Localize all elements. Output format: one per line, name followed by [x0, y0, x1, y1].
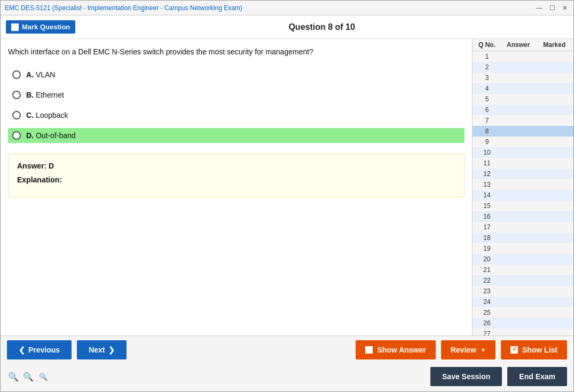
sidebar-row-answer: [500, 127, 537, 135]
app-window: EMC DES-5121 (Specialist - Implementatio…: [0, 0, 574, 392]
sidebar-row[interactable]: 11: [473, 158, 573, 169]
sidebar-row[interactable]: 23: [473, 286, 573, 297]
sidebar-row[interactable]: 6: [473, 105, 573, 115]
show-list-checkbox-icon: [510, 346, 518, 354]
sidebar-row-marked: [537, 74, 573, 82]
sidebar-row-answer: [500, 159, 537, 167]
sidebar-row-marked: [537, 52, 573, 61]
sidebar-row[interactable]: 22: [473, 275, 573, 286]
option-c[interactable]: C. Loopback: [8, 108, 465, 123]
sidebar-row[interactable]: 7: [473, 115, 573, 126]
option-c-label: C. Loopback: [26, 111, 68, 119]
close-button[interactable]: ✕: [561, 4, 569, 12]
sidebar-row[interactable]: 18: [473, 233, 573, 243]
sidebar-row[interactable]: 17: [473, 222, 573, 233]
bottom-bar: Previous Next Show Answer Review ▼ Show …: [1, 335, 573, 391]
mark-checkbox-icon: [11, 23, 19, 31]
sidebar-row-marked: [537, 223, 573, 231]
sidebar-row-marked: [537, 234, 573, 242]
option-b-label: B. Ethernet: [26, 91, 64, 99]
sidebar-row[interactable]: 13: [473, 179, 573, 190]
sidebar-row[interactable]: 15: [473, 201, 573, 211]
sidebar-row-no: 23: [474, 287, 500, 295]
chevron-left-icon: [19, 346, 25, 354]
sidebar-row-no: 11: [474, 159, 500, 167]
sidebar-row[interactable]: 3: [473, 73, 573, 83]
sidebar-row[interactable]: 10: [473, 147, 573, 158]
zoom-reset-button[interactable]: 🔍: [22, 370, 35, 383]
sidebar-row-answer: [500, 138, 537, 146]
maximize-button[interactable]: ☐: [548, 4, 556, 12]
sidebar-row[interactable]: 24: [473, 297, 573, 307]
sidebar-row[interactable]: 25: [473, 307, 573, 318]
sidebar-row[interactable]: 16: [473, 211, 573, 222]
review-button[interactable]: Review ▼: [441, 340, 496, 359]
sidebar-row-no: 20: [474, 255, 500, 263]
show-answer-button[interactable]: Show Answer: [356, 340, 435, 359]
next-button[interactable]: Next: [77, 340, 126, 359]
window-controls: — ☐ ✕: [535, 4, 569, 12]
sidebar-row-marked: [537, 308, 573, 317]
previous-button[interactable]: Previous: [7, 340, 72, 359]
sidebar-row-no: 8: [474, 127, 500, 135]
sidebar-row[interactable]: 8: [473, 126, 573, 137]
sidebar-row[interactable]: 19: [473, 243, 573, 254]
sidebar-row-no: 1: [474, 52, 500, 61]
sidebar-row-marked: [537, 116, 573, 125]
mark-question-label: Mark Question: [22, 23, 70, 31]
show-list-label: Show List: [522, 346, 557, 354]
sidebar-row-answer: [500, 255, 537, 263]
sidebar-row[interactable]: 20: [473, 254, 573, 265]
option-b[interactable]: B. Ethernet: [8, 87, 465, 102]
sidebar-row-no: 25: [474, 308, 500, 317]
sidebar-row[interactable]: 14: [473, 190, 573, 201]
question-title: Question 8 of 10: [75, 22, 568, 32]
title-suffix: (Specialist - Implementation Engineer - …: [50, 4, 242, 12]
sidebar-row-answer: [500, 63, 537, 71]
next-label: Next: [89, 346, 105, 354]
end-exam-button[interactable]: End Exam: [507, 367, 567, 386]
sidebar-row[interactable]: 12: [473, 169, 573, 179]
sidebar: Q No. Answer Marked 1 2 3 4 5 6: [472, 39, 573, 335]
show-list-button[interactable]: Show List: [501, 340, 567, 359]
sidebar-row-marked: [537, 95, 573, 103]
sidebar-row[interactable]: 21: [473, 265, 573, 275]
sidebar-row[interactable]: 1: [473, 51, 573, 62]
sidebar-row[interactable]: 5: [473, 94, 573, 105]
option-a[interactable]: A. VLAN: [8, 67, 465, 82]
sidebar-row-marked: [537, 202, 573, 210]
show-answer-label: Show Answer: [377, 346, 426, 354]
zoom-in-button[interactable]: 🔍: [7, 370, 20, 383]
option-a-label: A. VLAN: [26, 70, 55, 79]
sidebar-row-marked: [537, 148, 573, 157]
save-session-button[interactable]: Save Session: [430, 367, 502, 386]
minimize-button[interactable]: —: [535, 4, 544, 12]
button-row-1: Previous Next Show Answer Review ▼ Show …: [1, 336, 573, 364]
sidebar-row-marked: [537, 191, 573, 199]
sidebar-row-no: 7: [474, 116, 500, 125]
sidebar-row[interactable]: 2: [473, 62, 573, 73]
sidebar-row-answer: [500, 95, 537, 103]
sidebar-row-answer: [500, 180, 537, 189]
sidebar-row[interactable]: 9: [473, 137, 573, 147]
sidebar-row-answer: [500, 223, 537, 231]
window-title: EMC DES-5121 (Specialist - Implementatio…: [5, 4, 242, 12]
zoom-out-button[interactable]: 🔍: [37, 370, 50, 383]
option-d-label: D. Out-of-band: [26, 131, 76, 140]
sidebar-row-no: 26: [474, 319, 500, 327]
sidebar-row-no: 15: [474, 202, 500, 210]
zoom-controls: 🔍 🔍 🔍: [7, 370, 50, 383]
sidebar-row[interactable]: 26: [473, 318, 573, 329]
option-d[interactable]: D. Out-of-band: [8, 128, 465, 143]
sidebar-row-no: 5: [474, 95, 500, 103]
sidebar-row-no: 16: [474, 212, 500, 221]
sidebar-row-answer: [500, 330, 537, 335]
sidebar-row-no: 3: [474, 74, 500, 82]
sidebar-row[interactable]: 4: [473, 83, 573, 94]
sidebar-row-marked: [537, 170, 573, 178]
sidebar-row-no: 12: [474, 170, 500, 178]
sidebar-row-answer: [500, 298, 537, 306]
review-dropdown-icon: ▼: [481, 347, 486, 353]
sidebar-row[interactable]: 27: [473, 329, 573, 335]
mark-question-button[interactable]: Mark Question: [6, 20, 75, 34]
